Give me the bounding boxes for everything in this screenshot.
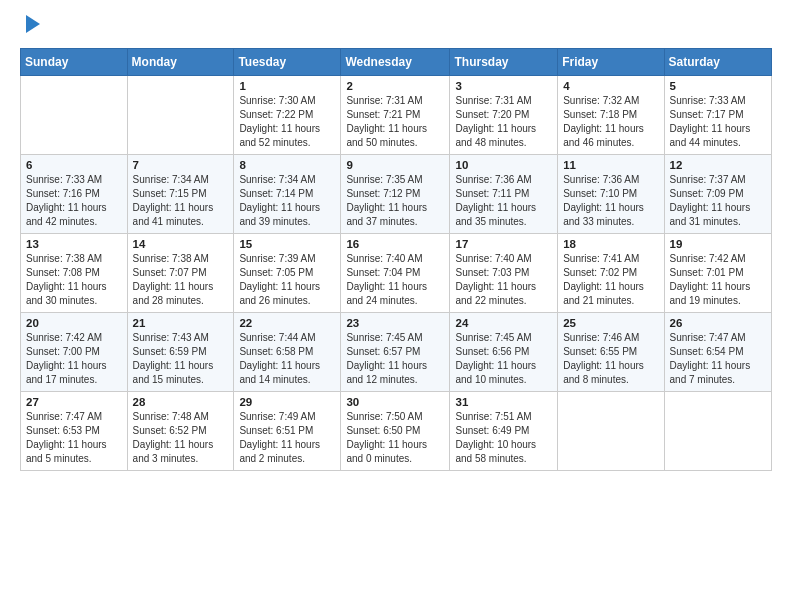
day-number: 15: [239, 238, 335, 250]
day-info: Sunrise: 7:34 AM Sunset: 7:14 PM Dayligh…: [239, 173, 335, 229]
day-info: Sunrise: 7:36 AM Sunset: 7:11 PM Dayligh…: [455, 173, 552, 229]
day-info: Sunrise: 7:48 AM Sunset: 6:52 PM Dayligh…: [133, 410, 229, 466]
day-number: 30: [346, 396, 444, 408]
week-row-3: 13Sunrise: 7:38 AM Sunset: 7:08 PM Dayli…: [21, 233, 772, 312]
day-cell: 30Sunrise: 7:50 AM Sunset: 6:50 PM Dayli…: [341, 391, 450, 470]
day-info: Sunrise: 7:47 AM Sunset: 6:54 PM Dayligh…: [670, 331, 766, 387]
day-cell: 4Sunrise: 7:32 AM Sunset: 7:18 PM Daylig…: [558, 75, 664, 154]
col-header-wednesday: Wednesday: [341, 48, 450, 75]
day-cell: 24Sunrise: 7:45 AM Sunset: 6:56 PM Dayli…: [450, 312, 558, 391]
day-info: Sunrise: 7:40 AM Sunset: 7:04 PM Dayligh…: [346, 252, 444, 308]
day-number: 21: [133, 317, 229, 329]
day-cell: 10Sunrise: 7:36 AM Sunset: 7:11 PM Dayli…: [450, 154, 558, 233]
header: [20, 16, 772, 36]
day-info: Sunrise: 7:36 AM Sunset: 7:10 PM Dayligh…: [563, 173, 658, 229]
day-number: 7: [133, 159, 229, 171]
day-cell: 2Sunrise: 7:31 AM Sunset: 7:21 PM Daylig…: [341, 75, 450, 154]
day-number: 29: [239, 396, 335, 408]
day-cell: 7Sunrise: 7:34 AM Sunset: 7:15 PM Daylig…: [127, 154, 234, 233]
calendar-header: SundayMondayTuesdayWednesdayThursdayFrid…: [21, 48, 772, 75]
day-cell: 31Sunrise: 7:51 AM Sunset: 6:49 PM Dayli…: [450, 391, 558, 470]
header-row: SundayMondayTuesdayWednesdayThursdayFrid…: [21, 48, 772, 75]
day-number: 4: [563, 80, 658, 92]
day-number: 20: [26, 317, 122, 329]
day-info: Sunrise: 7:40 AM Sunset: 7:03 PM Dayligh…: [455, 252, 552, 308]
day-cell: 12Sunrise: 7:37 AM Sunset: 7:09 PM Dayli…: [664, 154, 771, 233]
day-number: 27: [26, 396, 122, 408]
day-cell: 15Sunrise: 7:39 AM Sunset: 7:05 PM Dayli…: [234, 233, 341, 312]
day-info: Sunrise: 7:34 AM Sunset: 7:15 PM Dayligh…: [133, 173, 229, 229]
day-cell: 21Sunrise: 7:43 AM Sunset: 6:59 PM Dayli…: [127, 312, 234, 391]
col-header-saturday: Saturday: [664, 48, 771, 75]
day-number: 14: [133, 238, 229, 250]
day-info: Sunrise: 7:35 AM Sunset: 7:12 PM Dayligh…: [346, 173, 444, 229]
day-number: 13: [26, 238, 122, 250]
day-cell: 29Sunrise: 7:49 AM Sunset: 6:51 PM Dayli…: [234, 391, 341, 470]
day-info: Sunrise: 7:31 AM Sunset: 7:20 PM Dayligh…: [455, 94, 552, 150]
day-number: 3: [455, 80, 552, 92]
day-number: 22: [239, 317, 335, 329]
day-cell: 23Sunrise: 7:45 AM Sunset: 6:57 PM Dayli…: [341, 312, 450, 391]
day-cell: 19Sunrise: 7:42 AM Sunset: 7:01 PM Dayli…: [664, 233, 771, 312]
day-cell: 17Sunrise: 7:40 AM Sunset: 7:03 PM Dayli…: [450, 233, 558, 312]
day-info: Sunrise: 7:49 AM Sunset: 6:51 PM Dayligh…: [239, 410, 335, 466]
logo: [20, 16, 40, 36]
day-cell: 1Sunrise: 7:30 AM Sunset: 7:22 PM Daylig…: [234, 75, 341, 154]
day-cell: 14Sunrise: 7:38 AM Sunset: 7:07 PM Dayli…: [127, 233, 234, 312]
day-cell: 9Sunrise: 7:35 AM Sunset: 7:12 PM Daylig…: [341, 154, 450, 233]
day-info: Sunrise: 7:30 AM Sunset: 7:22 PM Dayligh…: [239, 94, 335, 150]
day-cell: 8Sunrise: 7:34 AM Sunset: 7:14 PM Daylig…: [234, 154, 341, 233]
day-cell: 6Sunrise: 7:33 AM Sunset: 7:16 PM Daylig…: [21, 154, 128, 233]
day-cell: 16Sunrise: 7:40 AM Sunset: 7:04 PM Dayli…: [341, 233, 450, 312]
day-cell: [21, 75, 128, 154]
day-number: 2: [346, 80, 444, 92]
day-cell: [127, 75, 234, 154]
day-info: Sunrise: 7:42 AM Sunset: 7:01 PM Dayligh…: [670, 252, 766, 308]
day-number: 1: [239, 80, 335, 92]
day-cell: 20Sunrise: 7:42 AM Sunset: 7:00 PM Dayli…: [21, 312, 128, 391]
day-info: Sunrise: 7:39 AM Sunset: 7:05 PM Dayligh…: [239, 252, 335, 308]
day-cell: 3Sunrise: 7:31 AM Sunset: 7:20 PM Daylig…: [450, 75, 558, 154]
day-number: 24: [455, 317, 552, 329]
day-number: 6: [26, 159, 122, 171]
col-header-sunday: Sunday: [21, 48, 128, 75]
day-info: Sunrise: 7:32 AM Sunset: 7:18 PM Dayligh…: [563, 94, 658, 150]
day-cell: 25Sunrise: 7:46 AM Sunset: 6:55 PM Dayli…: [558, 312, 664, 391]
day-cell: 28Sunrise: 7:48 AM Sunset: 6:52 PM Dayli…: [127, 391, 234, 470]
day-info: Sunrise: 7:37 AM Sunset: 7:09 PM Dayligh…: [670, 173, 766, 229]
day-info: Sunrise: 7:45 AM Sunset: 6:57 PM Dayligh…: [346, 331, 444, 387]
day-info: Sunrise: 7:47 AM Sunset: 6:53 PM Dayligh…: [26, 410, 122, 466]
day-info: Sunrise: 7:41 AM Sunset: 7:02 PM Dayligh…: [563, 252, 658, 308]
col-header-thursday: Thursday: [450, 48, 558, 75]
day-info: Sunrise: 7:38 AM Sunset: 7:08 PM Dayligh…: [26, 252, 122, 308]
day-number: 5: [670, 80, 766, 92]
page: SundayMondayTuesdayWednesdayThursdayFrid…: [0, 0, 792, 612]
week-row-1: 1Sunrise: 7:30 AM Sunset: 7:22 PM Daylig…: [21, 75, 772, 154]
day-cell: 5Sunrise: 7:33 AM Sunset: 7:17 PM Daylig…: [664, 75, 771, 154]
day-cell: [664, 391, 771, 470]
calendar-body: 1Sunrise: 7:30 AM Sunset: 7:22 PM Daylig…: [21, 75, 772, 470]
week-row-4: 20Sunrise: 7:42 AM Sunset: 7:00 PM Dayli…: [21, 312, 772, 391]
day-number: 9: [346, 159, 444, 171]
day-info: Sunrise: 7:46 AM Sunset: 6:55 PM Dayligh…: [563, 331, 658, 387]
day-number: 23: [346, 317, 444, 329]
col-header-friday: Friday: [558, 48, 664, 75]
day-cell: 27Sunrise: 7:47 AM Sunset: 6:53 PM Dayli…: [21, 391, 128, 470]
day-cell: 22Sunrise: 7:44 AM Sunset: 6:58 PM Dayli…: [234, 312, 341, 391]
col-header-monday: Monday: [127, 48, 234, 75]
day-cell: 26Sunrise: 7:47 AM Sunset: 6:54 PM Dayli…: [664, 312, 771, 391]
day-info: Sunrise: 7:43 AM Sunset: 6:59 PM Dayligh…: [133, 331, 229, 387]
day-info: Sunrise: 7:33 AM Sunset: 7:17 PM Dayligh…: [670, 94, 766, 150]
day-number: 11: [563, 159, 658, 171]
day-info: Sunrise: 7:51 AM Sunset: 6:49 PM Dayligh…: [455, 410, 552, 466]
day-number: 19: [670, 238, 766, 250]
week-row-2: 6Sunrise: 7:33 AM Sunset: 7:16 PM Daylig…: [21, 154, 772, 233]
day-cell: 13Sunrise: 7:38 AM Sunset: 7:08 PM Dayli…: [21, 233, 128, 312]
day-info: Sunrise: 7:50 AM Sunset: 6:50 PM Dayligh…: [346, 410, 444, 466]
day-cell: 11Sunrise: 7:36 AM Sunset: 7:10 PM Dayli…: [558, 154, 664, 233]
day-number: 10: [455, 159, 552, 171]
week-row-5: 27Sunrise: 7:47 AM Sunset: 6:53 PM Dayli…: [21, 391, 772, 470]
day-number: 17: [455, 238, 552, 250]
day-info: Sunrise: 7:44 AM Sunset: 6:58 PM Dayligh…: [239, 331, 335, 387]
day-info: Sunrise: 7:42 AM Sunset: 7:00 PM Dayligh…: [26, 331, 122, 387]
